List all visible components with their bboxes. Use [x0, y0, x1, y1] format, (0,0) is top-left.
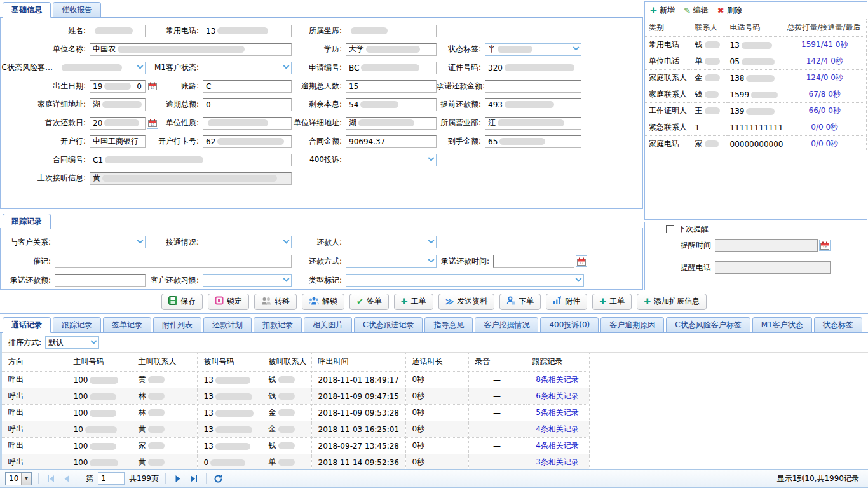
id-no-input[interactable]: 320 [485, 62, 581, 74]
col-caller-contact[interactable]: 主叫联系人 [132, 353, 197, 372]
unit-address-input[interactable]: 湖 [346, 117, 437, 130]
track-records-link[interactable]: 6条相关记录 [536, 391, 579, 400]
contract-amount-input[interactable]: 90694.37 [346, 135, 437, 148]
tab-basic-info[interactable]: 基础信息 [3, 2, 51, 18]
overdue-total-input[interactable]: 0 [203, 98, 292, 111]
calendar-icon[interactable]: 17 [576, 255, 587, 267]
col-dial-stats[interactable]: 总拨打量/接通量/最后 [783, 19, 867, 37]
last-page-button[interactable] [188, 473, 200, 484]
call-row[interactable]: 呼出 100 林 13 金 2018-11-09 09:53:28 0秒 — 5… [2, 405, 868, 421]
education-input[interactable]: 大学 [346, 43, 437, 56]
tab-related-images[interactable]: 相关图片 [304, 317, 352, 332]
prepay-amount-input[interactable]: 493 [485, 98, 581, 111]
takehome-amount-input[interactable]: 65 [485, 135, 581, 148]
page-size-select[interactable]: 10▼ [5, 472, 32, 485]
add-extended-info-button[interactable]: ✚添加扩展信息 [637, 294, 707, 310]
tab-m1-status[interactable]: M1客户状态 [752, 317, 812, 332]
calendar-icon[interactable]: 17 [147, 81, 158, 92]
col-callee-number[interactable]: 被叫号码 [197, 353, 262, 372]
apply-no-input[interactable]: BC [346, 62, 437, 74]
lock-button[interactable]: 锁定 [208, 294, 249, 310]
tab-deduction-records[interactable]: 扣款记录 [254, 317, 302, 332]
company-input[interactable]: 中国农 [90, 43, 292, 56]
prev-page-button[interactable] [61, 473, 72, 484]
col-recording[interactable]: 录音 [468, 353, 526, 372]
refresh-icon[interactable] [213, 473, 224, 484]
contact-row[interactable]: 家庭联系人 金 138 124/0 0秒 [645, 70, 867, 86]
unit-nature-input[interactable] [203, 117, 292, 130]
calendar-icon[interactable]: 17 [147, 118, 158, 129]
note-input[interactable] [55, 255, 292, 268]
attachment-button[interactable]: 附件 [546, 294, 587, 310]
tab-track-records[interactable]: 跟踪记录 [53, 317, 101, 332]
payer-select[interactable] [346, 236, 437, 248]
col-direction[interactable]: 方向 [2, 353, 67, 372]
account-age-input[interactable]: C [203, 80, 292, 93]
unlock-button[interactable]: 解锁 [302, 294, 344, 310]
birth-date-input[interactable]: 190 [90, 80, 146, 93]
tab-c-risk-tags[interactable]: C状态风险客户标签 [666, 317, 750, 332]
transfer-button[interactable]: 转移 [254, 294, 297, 310]
remaining-input[interactable]: 54 [346, 98, 437, 111]
complaint-400-select[interactable] [346, 154, 437, 166]
relation-select[interactable] [55, 236, 146, 248]
add-contact-button[interactable]: ✚新增 [650, 5, 675, 16]
col-track-records[interactable]: 跟踪记录 [526, 353, 589, 372]
contact-row[interactable]: 紧急联系人 1 11111111111 0/0 0秒 [645, 119, 867, 136]
tab-overdue-reason[interactable]: 客户逾期原因 [600, 317, 664, 332]
first-page-button[interactable] [45, 473, 57, 484]
contact-row[interactable]: 常用电话 钱 13 1591/41 0秒 [645, 37, 867, 53]
contact-row[interactable]: 家庭联系人 钱 1599 67/8 0秒 [645, 86, 867, 103]
edit-contact-button[interactable]: ✎编辑 [684, 5, 709, 16]
tab-400-complaints[interactable]: 400投诉(0) [540, 317, 599, 332]
promise-time-input[interactable] [493, 255, 574, 268]
col-contact[interactable]: 联系人 [691, 19, 726, 37]
call-row[interactable]: 呼出 100 林 13 钱 2018-11-09 09:47:15 0秒 — 6… [2, 388, 868, 405]
name-input[interactable] [90, 25, 146, 37]
habit-select[interactable] [203, 274, 292, 287]
contact-row[interactable]: 单位电话 单 05 142/4 0秒 [645, 53, 867, 70]
track-records-link[interactable]: 5条相关记录 [536, 408, 579, 417]
contact-row[interactable]: 工作证明人 王 139 66/0 0秒 [645, 103, 867, 119]
contact-row[interactable]: 家庭电话 家 000000000000 0/0 0秒 [645, 136, 867, 152]
status-tag-select[interactable]: 半 [485, 43, 581, 56]
tab-call-records[interactable]: 通话记录 [3, 317, 51, 333]
track-records-link[interactable]: 4条相关记录 [536, 424, 579, 433]
method-select[interactable] [346, 255, 437, 268]
page-number-input[interactable]: 1 [98, 472, 125, 485]
col-type[interactable]: 类别 [645, 19, 691, 37]
sign-button[interactable]: ✔签单 [349, 294, 389, 310]
ticket-button[interactable]: ✚工单 [394, 294, 433, 310]
track-records-link[interactable]: 3条相关记录 [536, 458, 579, 466]
connect-select[interactable] [203, 236, 292, 248]
call-row[interactable]: 呼出 100 黄 0 单 2018-11-14 09:52:36 0秒 — 3条… [2, 454, 868, 471]
col-phone[interactable]: 电话号码 [726, 19, 783, 37]
department-input[interactable]: 江 [485, 117, 581, 130]
promise-amount-input[interactable] [485, 80, 581, 93]
contract-no-input[interactable]: C1 [90, 154, 292, 166]
c-risk-select[interactable] [57, 62, 146, 74]
tab-track-record[interactable]: 跟踪记录 [3, 214, 51, 229]
tab-status-tags[interactable]: 状态标签 [814, 317, 862, 332]
home-address-input[interactable]: 湖 [90, 98, 146, 111]
phone-input[interactable]: 13 [203, 25, 292, 37]
m1-status-select[interactable] [203, 62, 292, 74]
col-call-time[interactable]: 呼出时间 [311, 353, 405, 372]
overdue-days-input[interactable]: 15 [346, 80, 437, 93]
call-row[interactable]: 呼出 100 家 13 钱 2018-09-27 13:45:28 0秒 — 4… [2, 438, 868, 454]
seat-input[interactable] [346, 25, 437, 37]
tab-guidance[interactable]: 指导意见 [424, 317, 473, 332]
col-callee-contact[interactable]: 被叫联系人 [262, 353, 311, 372]
bank-input[interactable]: 中国工商银行 [90, 135, 146, 148]
tab-attachment-list[interactable]: 附件列表 [153, 317, 201, 332]
calendar-icon[interactable]: 17 [819, 240, 831, 251]
type-mark-select[interactable] [346, 274, 584, 287]
delete-contact-button[interactable]: ✖删除 [717, 5, 742, 16]
next-page-button[interactable] [172, 473, 184, 484]
tab-customer-mining[interactable]: 客户挖掘情况 [475, 317, 538, 332]
track-promise-amount-input[interactable] [55, 274, 146, 287]
col-caller-number[interactable]: 主叫号码 [67, 353, 132, 372]
tab-sign-records[interactable]: 签单记录 [103, 317, 151, 332]
bank-card-input[interactable]: 62 [203, 135, 292, 148]
first-repay-input[interactable]: 20 [90, 117, 146, 130]
